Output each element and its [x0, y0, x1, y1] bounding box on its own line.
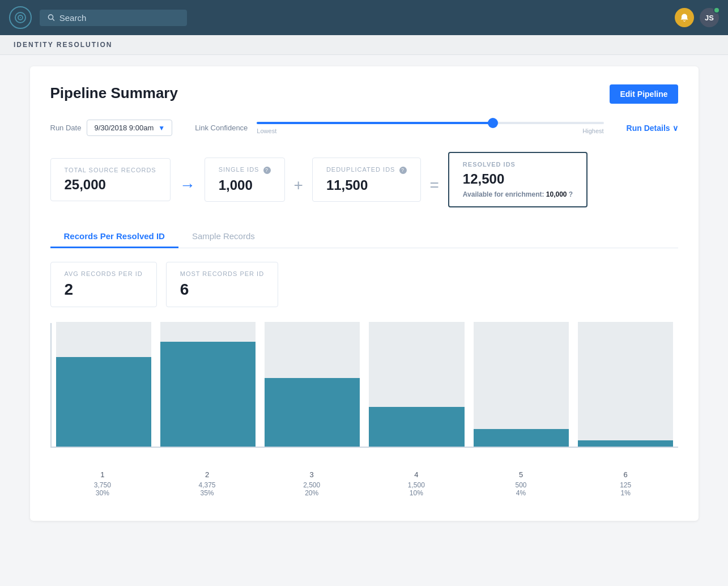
- sub-header: IDENTITY RESOLUTION: [0, 35, 728, 55]
- link-confidence-label: Link Confidence: [195, 124, 248, 132]
- sub-header-title: IDENTITY RESOLUTION: [14, 41, 112, 49]
- chart-label-item: 41,50010%: [364, 453, 469, 497]
- chart-label-item: 32,50020%: [259, 453, 364, 497]
- chart-count: 3,750: [94, 481, 111, 489]
- run-details-link[interactable]: Run Details ∨: [627, 124, 678, 133]
- single-ids-box: SINGLE IDS ? 1,000: [205, 158, 285, 202]
- total-source-label: TOTAL SOURCE RECORDS: [65, 167, 156, 173]
- bar-background: [474, 322, 569, 447]
- bar-fill: [160, 342, 256, 447]
- slider-thumb[interactable]: [488, 118, 498, 128]
- tabs-row: Records Per Resolved ID Sample Records: [50, 226, 678, 248]
- equals-icon: =: [430, 176, 439, 194]
- avatar-label: JS: [705, 14, 714, 22]
- chart-pct: 4%: [516, 489, 526, 497]
- total-source-records-box: TOTAL SOURCE RECORDS 25,000: [50, 158, 171, 201]
- bell-icon[interactable]: [675, 8, 694, 27]
- search-icon: [48, 14, 55, 22]
- bar-group: [469, 323, 573, 447]
- slider-labels: Lowest Highest: [257, 128, 603, 134]
- single-ids-info-icon[interactable]: ?: [263, 167, 271, 174]
- bar-fill: [578, 440, 673, 447]
- bar-group: [52, 323, 156, 447]
- bar-chart: [50, 323, 678, 448]
- chart-count: 125: [620, 481, 631, 489]
- resolved-ids-label: RESOLVED IDS: [463, 161, 573, 168]
- link-confidence-slider[interactable]: Lowest Highest: [257, 122, 603, 134]
- chart-x-label: 5: [519, 470, 523, 479]
- chart-pct: 30%: [96, 489, 109, 497]
- run-details-label: Run Details: [627, 124, 670, 133]
- chart-pct: 10%: [410, 489, 423, 497]
- single-ids-label: SINGLE IDS ?: [219, 166, 271, 174]
- enrichment-info-icon[interactable]: ?: [569, 190, 573, 198]
- chart-label-item: 61251%: [573, 453, 678, 497]
- slider-lowest-label: Lowest: [257, 128, 276, 134]
- dedup-ids-label: DEDUPLICATED IDS ?: [326, 166, 407, 174]
- online-badge: [713, 7, 720, 14]
- stats-row: TOTAL SOURCE RECORDS 25,000 → SINGLE IDS…: [50, 152, 678, 207]
- single-ids-value: 1,000: [219, 177, 271, 193]
- chart-count: 1,500: [408, 481, 425, 489]
- resolved-ids-box: RESOLVED IDS 12,500 Available for enrich…: [448, 152, 587, 207]
- chart-x-label: 6: [624, 470, 628, 479]
- chart-pct: 1%: [621, 489, 631, 497]
- chart-labels: 13,75030%24,37535%32,50020%41,50010%5500…: [50, 453, 678, 497]
- slider-track: [257, 122, 603, 124]
- arrow-icon: →: [180, 176, 195, 194]
- plus-icon: +: [294, 176, 303, 194]
- pipeline-header: Pipeline Summary Edit Pipeline: [50, 84, 678, 104]
- resolved-ids-value: 12,500: [463, 171, 573, 187]
- avatar[interactable]: JS: [700, 8, 719, 27]
- dedup-ids-value: 11,500: [326, 177, 407, 193]
- most-records-per-id-box: MOST RECORDS PER ID 6: [166, 262, 278, 307]
- svg-line-4: [53, 19, 54, 20]
- tab-records-per-resolved-id[interactable]: Records Per Resolved ID: [50, 226, 178, 248]
- bar-fill: [369, 407, 464, 447]
- dedup-ids-info-icon[interactable]: ?: [399, 167, 407, 174]
- chart-pct: 20%: [305, 489, 318, 497]
- link-confidence-group: Link Confidence Lowest Highest: [195, 122, 603, 134]
- main-content: Pipeline Summary Edit Pipeline Run Date …: [30, 66, 699, 521]
- top-navigation: JS: [0, 0, 728, 35]
- avg-records-per-id-box: AVG RECORDS PER ID 2: [50, 262, 157, 307]
- svg-point-3: [48, 15, 53, 19]
- edit-pipeline-button[interactable]: Edit Pipeline: [610, 84, 678, 104]
- most-records-label: MOST RECORDS PER ID: [180, 270, 264, 277]
- bar-fill: [56, 357, 151, 447]
- page-title: Pipeline Summary: [50, 84, 178, 102]
- chart-x-label: 2: [205, 470, 209, 479]
- slider-fill: [257, 122, 492, 124]
- run-date-group: Run Date 9/30/2018 9:00am ▼: [50, 120, 173, 136]
- search-bar[interactable]: [40, 10, 187, 26]
- nav-right: JS: [675, 8, 719, 27]
- logo-icon[interactable]: [9, 6, 32, 29]
- tab-sample-records[interactable]: Sample Records: [178, 226, 269, 248]
- chart-count: 2,500: [303, 481, 320, 489]
- chart-x-label: 3: [310, 470, 314, 479]
- chart-count: 500: [516, 481, 527, 489]
- dedup-ids-box: DEDUPLICATED IDS ? 11,500: [312, 158, 421, 202]
- svg-point-2: [20, 17, 21, 18]
- total-source-value: 25,000: [65, 177, 156, 193]
- run-details-chevron-icon: ∨: [672, 124, 678, 133]
- chart-label-item: 13,75030%: [50, 453, 155, 497]
- enrichment-note: Available for enrichment: 10,000 ?: [463, 190, 573, 198]
- chart-count: 4,375: [198, 481, 215, 489]
- run-date-select[interactable]: 9/30/2018 9:00am ▼: [87, 120, 172, 136]
- chart-label-item: 24,37535%: [155, 453, 259, 497]
- run-date-row: Run Date 9/30/2018 9:00am ▼ Link Confide…: [50, 120, 678, 136]
- bar-fill: [474, 429, 569, 447]
- bar-group: [573, 323, 678, 447]
- avg-records-value: 2: [65, 281, 143, 299]
- run-date-label: Run Date: [50, 124, 82, 132]
- most-records-value: 6: [180, 281, 264, 299]
- avg-records-label: AVG RECORDS PER ID: [65, 270, 143, 277]
- slider-highest-label: Highest: [582, 128, 603, 134]
- chart-label-item: 55004%: [469, 453, 573, 497]
- chart-container: 13,75030%24,37535%32,50020%41,50010%5500…: [50, 323, 678, 503]
- dropdown-arrow-icon: ▼: [158, 124, 165, 132]
- search-input[interactable]: [59, 13, 179, 23]
- chart-x-label: 1: [100, 470, 104, 479]
- bar-fill: [265, 378, 360, 447]
